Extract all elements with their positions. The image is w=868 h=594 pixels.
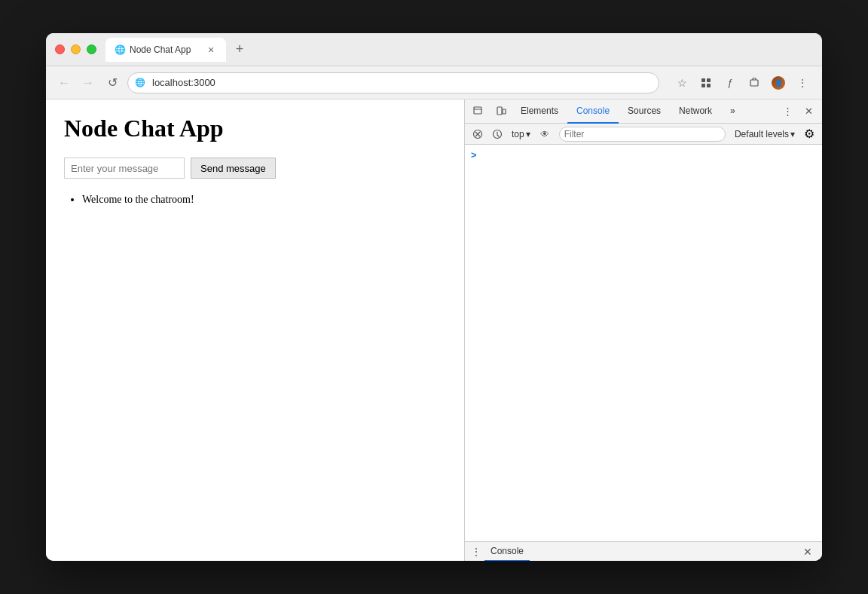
address-input[interactable]: [127, 72, 659, 93]
tab-title: Node Chat App: [130, 44, 200, 55]
browser-window: 🌐 Node Chat App × + ← → ↺ 🌐 ☆: [46, 33, 822, 561]
minimize-button[interactable]: [71, 44, 81, 54]
chat-form: Send message: [64, 158, 446, 179]
inspect-element-button[interactable]: [468, 101, 489, 122]
main-page: Node Chat App Send message Welcome to th…: [46, 100, 464, 561]
tab-elements[interactable]: Elements: [512, 100, 567, 124]
svg-rect-4: [750, 80, 758, 86]
bottom-close-button[interactable]: ✕: [799, 543, 816, 560]
close-button[interactable]: [55, 44, 65, 54]
bottom-dots-button[interactable]: ⋮: [471, 546, 481, 558]
list-item: Welcome to the chatroom!: [82, 194, 446, 206]
svg-rect-6: [497, 107, 502, 115]
console-body[interactable]: >: [465, 145, 822, 541]
message-input[interactable]: [64, 158, 185, 179]
log-levels-label: Default levels: [735, 129, 789, 139]
devtools-panel: Elements Console Sources Network » ⋮ ✕: [464, 100, 822, 561]
log-levels-icon: ▾: [790, 129, 795, 139]
address-actions: ☆ ƒ 👤 ⋮: [671, 72, 813, 93]
tab-more[interactable]: »: [721, 100, 744, 124]
context-selector[interactable]: top ▾: [509, 126, 533, 142]
console-caret: >: [471, 149, 477, 161]
svg-rect-2: [701, 84, 705, 87]
tab-network[interactable]: Network: [670, 100, 721, 124]
devtools-close-button[interactable]: ✕: [798, 101, 819, 122]
devtools-secondary-bar: top ▾ 👁 Default levels ▾ ⚙: [465, 124, 822, 145]
lock-icon: 🌐: [135, 78, 145, 87]
extension-button-2[interactable]: ƒ: [720, 72, 741, 93]
tab-close-button[interactable]: ×: [205, 44, 217, 56]
context-dropdown-icon: ▾: [526, 129, 530, 139]
tab-console[interactable]: Console: [567, 100, 619, 124]
console-prompt: >: [468, 148, 819, 162]
back-button[interactable]: ←: [55, 74, 73, 92]
title-bar: 🌐 Node Chat App × +: [46, 33, 822, 66]
svg-rect-5: [474, 107, 481, 114]
tab-bar: 🌐 Node Chat App × +: [105, 38, 813, 62]
console-settings-button[interactable]: ⚙: [801, 126, 818, 142]
svg-rect-0: [701, 78, 705, 82]
extension-button-3[interactable]: [744, 72, 765, 93]
eye-icon: 👁: [540, 129, 549, 139]
context-label: top: [512, 129, 524, 139]
devtools-left-toolbar: [468, 101, 512, 122]
page-heading: Node Chat App: [64, 115, 446, 142]
console-filter-input[interactable]: [559, 127, 726, 142]
menu-button[interactable]: ⋮: [792, 72, 813, 93]
address-wrapper: 🌐: [127, 72, 659, 93]
devtools-bottom-bar: ⋮ Console ✕: [465, 541, 822, 561]
maximize-button[interactable]: [87, 44, 96, 54]
tab-sources[interactable]: Sources: [619, 100, 670, 124]
log-levels-selector[interactable]: Default levels ▾: [732, 129, 798, 139]
device-toolbar-button[interactable]: [491, 101, 512, 122]
bottom-console-tab[interactable]: Console: [484, 542, 530, 562]
devtools-toolbar: Elements Console Sources Network » ⋮ ✕: [465, 100, 822, 124]
svg-rect-1: [707, 78, 711, 82]
svg-rect-3: [707, 84, 711, 87]
message-list: Welcome to the chatroom!: [64, 194, 446, 206]
extension-button-1[interactable]: [695, 72, 717, 93]
active-tab[interactable]: 🌐 Node Chat App ×: [105, 38, 226, 62]
devtools-more-options[interactable]: ⋮: [777, 101, 798, 122]
bookmark-button[interactable]: ☆: [671, 72, 692, 93]
forward-button[interactable]: →: [79, 74, 97, 92]
new-tab-button[interactable]: +: [229, 39, 250, 60]
address-bar: ← → ↺ 🌐 ☆ ƒ: [46, 66, 822, 100]
svg-rect-7: [503, 109, 506, 114]
preserve-log-button[interactable]: [489, 126, 506, 142]
traffic-lights: [55, 44, 96, 54]
eye-button[interactable]: 👁: [536, 126, 553, 142]
send-button[interactable]: Send message: [191, 158, 276, 179]
content-area: Node Chat App Send message Welcome to th…: [46, 100, 822, 561]
clear-console-button[interactable]: [469, 126, 486, 142]
profile-button[interactable]: 👤: [768, 72, 789, 93]
reload-button[interactable]: ↺: [103, 74, 121, 92]
tab-favicon: 🌐: [115, 44, 125, 55]
